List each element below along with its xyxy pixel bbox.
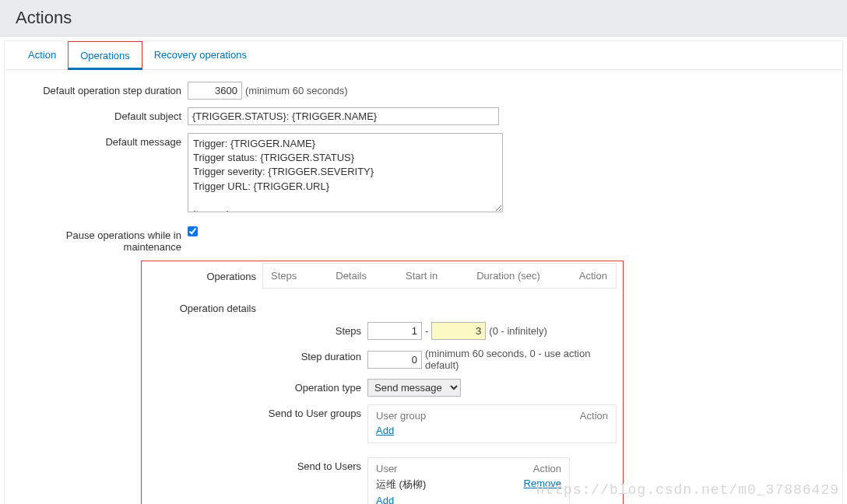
user-row-name: 运维 (杨柳): [376, 478, 426, 492]
checkbox-pause-maintenance[interactable]: [188, 226, 198, 236]
col-action: Action: [579, 270, 607, 282]
label-pause-maintenance: Pause operations while in maintenance: [20, 226, 188, 253]
page-title: Actions: [16, 8, 831, 28]
label-send-to-users: Send to Users: [142, 457, 367, 472]
user-groups-table: User group Action Add: [367, 404, 617, 443]
label-operation-type: Operation type: [142, 379, 367, 394]
input-step-from[interactable]: [367, 322, 422, 340]
add-user-group-link[interactable]: Add: [376, 425, 394, 436]
col-action-ug: Action: [580, 410, 608, 422]
col-start-in: Start in: [406, 270, 438, 282]
tab-action[interactable]: Action: [16, 41, 68, 69]
col-action-u: Action: [533, 463, 561, 474]
add-user-link[interactable]: Add: [376, 495, 394, 504]
tab-operations[interactable]: Operations: [68, 41, 142, 70]
label-default-subject: Default subject: [20, 107, 188, 122]
label-step-duration2: Step duration: [142, 348, 367, 362]
input-step-duration[interactable]: [188, 82, 242, 100]
tab-bar: Action Operations Recovery operations: [5, 41, 842, 70]
users-table: User Action 运维 (杨柳) Remove Add: [367, 457, 570, 504]
input-step-duration2[interactable]: [367, 351, 422, 369]
textarea-default-message[interactable]: Trigger: {TRIGGER.NAME} Trigger status: …: [188, 133, 503, 212]
col-details: Details: [336, 270, 367, 282]
label-step-duration: Default operation step duration: [20, 82, 188, 96]
col-user-group: User group: [376, 410, 426, 422]
input-default-subject[interactable]: [188, 107, 499, 125]
label-operation-details: Operation details: [142, 303, 262, 314]
operations-box: Operations Steps Details Start in Durati…: [141, 261, 624, 504]
select-operation-type[interactable]: Send message: [367, 379, 461, 397]
form-area: Default operation step duration (minimum…: [5, 70, 842, 504]
hint-min60-default: (minimum 60 seconds, 0 - use action defa…: [425, 348, 623, 371]
hint-min60: (minimum 60 seconds): [245, 85, 348, 96]
label-send-to-user-groups: Send to User groups: [142, 404, 367, 419]
hint-infinitely: (0 - infinitely): [489, 325, 547, 337]
col-steps: Steps: [271, 270, 297, 282]
content-panel: Action Operations Recovery operations De…: [4, 40, 843, 504]
page-header: Actions: [0, 0, 847, 37]
col-user: User: [376, 463, 397, 474]
label-default-message: Default message: [20, 133, 188, 148]
operations-table-header: Steps Details Start in Duration (sec) Ac…: [262, 263, 617, 289]
label-operations: Operations: [142, 263, 262, 282]
input-step-to[interactable]: [431, 322, 486, 340]
label-steps: Steps: [142, 322, 367, 337]
remove-user-link[interactable]: Remove: [524, 478, 561, 492]
col-duration: Duration (sec): [476, 270, 540, 282]
tab-recovery[interactable]: Recovery operations: [142, 41, 258, 69]
